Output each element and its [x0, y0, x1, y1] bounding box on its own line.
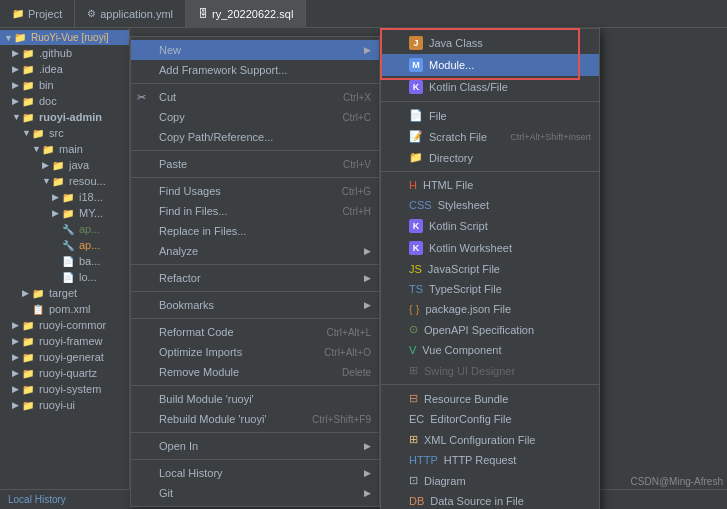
submenu-directory[interactable]: 📁 Directory [381, 147, 599, 168]
submenu-module[interactable]: M Module... [381, 54, 599, 76]
ctx-find-usages[interactable]: Find Usages Ctrl+G [131, 181, 379, 201]
tree-app2[interactable]: 🔧 ap... [0, 237, 129, 253]
context-area: New ▶ Add Framework Support... ✂ Cut Ctr… [130, 28, 727, 509]
tree-system[interactable]: ▶ 📁 ruoyi-system [0, 381, 129, 397]
tree-label: bin [39, 79, 54, 91]
submenu-swing: ⊞ Swing UI Designer [381, 360, 599, 381]
tree-ruoyi-admin[interactable]: ▼ 📁 ruoyi-admin [0, 109, 129, 125]
ctx-git[interactable]: Git ▶ [131, 483, 379, 503]
ctx-remove-module[interactable]: Remove Module Delete [131, 362, 379, 382]
ctx-build-module[interactable]: Build Module 'ruoyi' [131, 389, 379, 409]
submenu-editorconfig[interactable]: EC EditorConfig File [381, 409, 599, 429]
submenu-file[interactable]: 📄 File [381, 105, 599, 126]
ctx-analyze[interactable]: Analyze ▶ [131, 241, 379, 261]
tree-quartz[interactable]: ▶ 📁 ruoyi-quartz [0, 365, 129, 381]
folder-icon: 📁 [22, 336, 36, 347]
submenu-datasource[interactable]: DB Data Source in File [381, 491, 599, 509]
ctx-paste[interactable]: Paste Ctrl+V [131, 154, 379, 174]
ctx-copy-path[interactable]: Copy Path/Reference... [131, 127, 379, 147]
ctx-copy[interactable]: Copy Ctrl+C [131, 107, 379, 127]
tree-src[interactable]: ▼ 📁 src [0, 125, 129, 141]
ctx-arrow: ▶ [364, 300, 371, 310]
ctx-add-framework[interactable]: Add Framework Support... [131, 60, 379, 80]
ctx-replace-files[interactable]: Replace in Files... [131, 221, 379, 241]
ctx-sep-3 [131, 177, 379, 178]
tree-arrow: ▼ [12, 112, 22, 122]
diagram-icon: ⊡ [409, 474, 418, 487]
ctx-label: Add Framework Support... [159, 64, 371, 76]
submenu-vue[interactable]: V Vue Component [381, 340, 599, 360]
submenu-scratch-file[interactable]: 📝 Scratch File Ctrl+Alt+Shift+Insert [381, 126, 599, 147]
ctx-shortcut: Ctrl+Alt+O [324, 347, 371, 358]
file-icon: 📄 [62, 256, 76, 267]
submenu-http-request[interactable]: HTTP HTTP Request [381, 450, 599, 470]
submenu-html[interactable]: H HTML File [381, 175, 599, 195]
folder-icon: 📁 [22, 80, 36, 91]
submenu-diagram[interactable]: ⊡ Diagram [381, 470, 599, 491]
tree-framework[interactable]: ▶ 📁 ruoyi-framew [0, 333, 129, 349]
ctx-find-files[interactable]: Find in Files... Ctrl+H [131, 201, 379, 221]
ctx-optimize[interactable]: Optimize Imports Ctrl+Alt+O [131, 342, 379, 362]
tree-root[interactable]: ▼ 📁 RuoYi-Vue [ruoyi] [0, 30, 129, 45]
ctx-refactor[interactable]: Refactor ▶ [131, 268, 379, 288]
vue-icon: V [409, 344, 416, 356]
ctx-open-in[interactable]: Open In ▶ [131, 436, 379, 456]
module-icon: M [409, 58, 423, 72]
tree-ui[interactable]: ▶ 📁 ruoyi-ui [0, 397, 129, 413]
folder-icon: 📁 [22, 64, 36, 75]
ctx-label: Rebuild Module 'ruoyi' [159, 413, 292, 425]
submenu-typescript[interactable]: TS TypeScript File [381, 279, 599, 299]
ctx-new[interactable]: New ▶ [131, 40, 379, 60]
tree-i18[interactable]: ▶ 📁 i18... [0, 189, 129, 205]
tree-java[interactable]: ▶ 📁 java [0, 157, 129, 173]
tree-target[interactable]: ▶ 📁 target [0, 285, 129, 301]
submenu-stylesheet[interactable]: CSS Stylesheet [381, 195, 599, 215]
ctx-reformat[interactable]: Reformat Code Ctrl+Alt+L [131, 322, 379, 342]
tree-bin[interactable]: ▶ 📁 bin [0, 77, 129, 93]
submenu-kotlin-class[interactable]: K Kotlin Class/File [381, 76, 599, 98]
ctx-label: Bookmarks [159, 299, 364, 311]
tab-application-yml[interactable]: ⚙ application.yml [75, 0, 186, 28]
tab-sql[interactable]: 🗄 ry_20220622.sql [186, 0, 306, 28]
tree-main[interactable]: ▼ 📁 main [0, 141, 129, 157]
tree-log[interactable]: 📄 lo... [0, 269, 129, 285]
submenu-java-class[interactable]: J Java Class [381, 32, 599, 54]
tree-arrow: ▶ [12, 384, 22, 394]
submenu-resource-bundle[interactable]: ⊟ Resource Bundle [381, 388, 599, 409]
tree-app1[interactable]: 🔧 ap... [0, 221, 129, 237]
submenu-kotlin-script[interactable]: K Kotlin Script [381, 215, 599, 237]
ctx-local-history[interactable]: Local History ▶ [131, 463, 379, 483]
tree-generator[interactable]: ▶ 📁 ruoyi-generat [0, 349, 129, 365]
tab-project[interactable]: 📁 Project [0, 0, 75, 28]
tree-label: doc [39, 95, 57, 107]
submenu-label: Kotlin Worksheet [429, 242, 591, 254]
submenu-package-json[interactable]: { } package.json File [381, 299, 599, 319]
submenu-openapi[interactable]: ⊙ OpenAPI Specification [381, 319, 599, 340]
tree-doc[interactable]: ▶ 📁 doc [0, 93, 129, 109]
ctx-rebuild-module[interactable]: Rebuild Module 'ruoyi' Ctrl+Shift+F9 [131, 409, 379, 429]
folder-icon: 📁 [32, 128, 46, 139]
submenu-javascript[interactable]: JS JavaScript File [381, 259, 599, 279]
submenu-kotlin-worksheet[interactable]: K Kotlin Worksheet [381, 237, 599, 259]
ctx-sep-1 [131, 83, 379, 84]
ctx-shortcut: Ctrl+G [342, 186, 371, 197]
folder-icon: 📁 [32, 288, 46, 299]
tree-arrow: ▶ [12, 64, 22, 74]
ctx-cut[interactable]: ✂ Cut Ctrl+X [131, 87, 379, 107]
ctx-bookmarks[interactable]: Bookmarks ▶ [131, 295, 379, 315]
tree-ba[interactable]: 📄 ba... [0, 253, 129, 269]
tree-arrow: ▶ [12, 80, 22, 90]
tree-github[interactable]: ▶ 📁 .github [0, 45, 129, 61]
tree-idea[interactable]: ▶ 📁 .idea [0, 61, 129, 77]
ctx-shortcut: Delete [342, 367, 371, 378]
tree-common[interactable]: ▶ 📁 ruoyi-commor [0, 317, 129, 333]
tree-pom[interactable]: 📋 pom.xml [0, 301, 129, 317]
submenu-label: OpenAPI Specification [424, 324, 591, 336]
ctx-label: Reformat Code [159, 326, 307, 338]
project-sidebar[interactable]: ▼ 📁 RuoYi-Vue [ruoyi] ▶ 📁 .github ▶ 📁 .i… [0, 28, 130, 509]
tree-mybatis[interactable]: ▶ 📁 MY... [0, 205, 129, 221]
xml-config-icon: ⊞ [409, 433, 418, 446]
tree-resources[interactable]: ▼ 📁 resou... [0, 173, 129, 189]
tree-label: lo... [79, 271, 97, 283]
submenu-xml-config[interactable]: ⊞ XML Configuration File [381, 429, 599, 450]
